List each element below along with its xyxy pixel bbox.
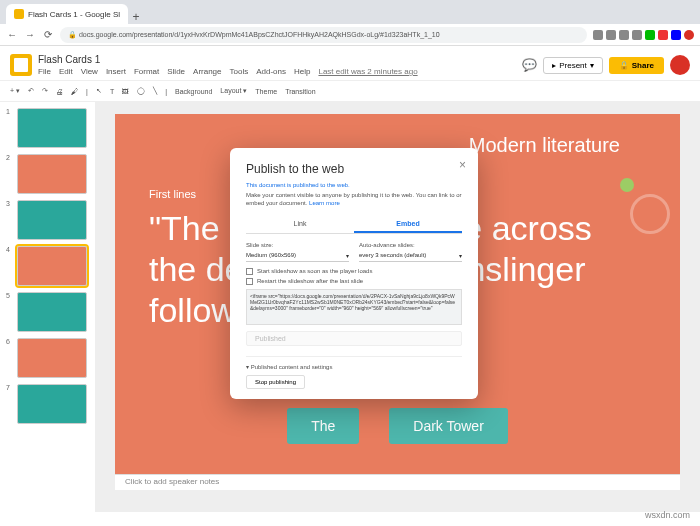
watermark: wsxdn.com bbox=[645, 510, 690, 520]
published-button: Published bbox=[246, 331, 462, 346]
chevron-down-icon: ▾ bbox=[459, 252, 462, 259]
embed-code-field[interactable]: <iframe src="https://docs.google.com/pre… bbox=[246, 289, 462, 325]
close-icon[interactable]: × bbox=[459, 158, 466, 172]
publish-dialog: × Publish to the web This document is pu… bbox=[230, 148, 478, 399]
learn-more-link[interactable]: Learn more bbox=[309, 200, 340, 206]
tab-embed[interactable]: Embed bbox=[354, 216, 462, 233]
checkbox-start-slideshow[interactable]: Start slideshow as soon as the player lo… bbox=[246, 268, 462, 275]
dialog-tabs: Link Embed bbox=[246, 216, 462, 234]
auto-advance-select[interactable]: every 3 seconds (default)▾ bbox=[359, 250, 462, 262]
auto-advance-label: Auto-advance slides: bbox=[359, 242, 462, 248]
slide-size-select[interactable]: Medium (960x569)▾ bbox=[246, 250, 349, 262]
stop-publishing-button[interactable]: Stop publishing bbox=[246, 375, 305, 389]
published-content-section[interactable]: Published content and settings bbox=[246, 363, 462, 370]
dialog-title: Publish to the web bbox=[246, 162, 462, 176]
publish-description: Make your content visible to anyone by p… bbox=[246, 192, 462, 208]
publish-status: This document is published to the web. bbox=[246, 182, 462, 188]
chevron-down-icon: ▾ bbox=[346, 252, 349, 259]
tab-link[interactable]: Link bbox=[246, 216, 354, 233]
checkbox-icon bbox=[246, 268, 253, 275]
slide-size-label: Slide size: bbox=[246, 242, 349, 248]
checkbox-icon bbox=[246, 278, 253, 285]
divider bbox=[246, 356, 462, 357]
checkbox-restart-slideshow[interactable]: Restart the slideshow after the last sli… bbox=[246, 278, 462, 285]
